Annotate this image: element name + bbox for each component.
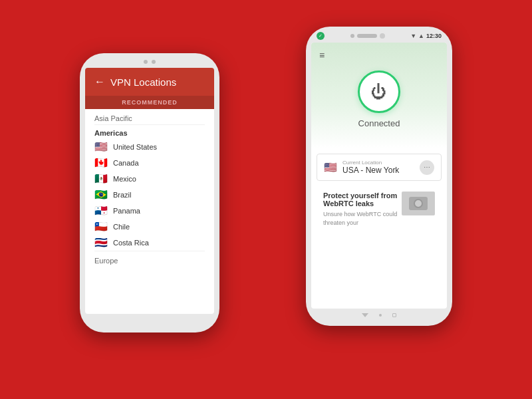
check-icon: ✓ [317, 32, 325, 40]
phone-right: ✓ ▼ ▲ 12:30 ≡ ⏻ Con [306, 27, 452, 326]
dot-1 [144, 60, 148, 64]
info-card-text-area: Protect yourself from WebRTC leaks Unsur… [323, 192, 398, 227]
camera [380, 33, 385, 39]
dot-2 [152, 60, 156, 64]
country-name: Mexico [113, 175, 136, 183]
speaker [357, 34, 377, 38]
vpn-header: ← VPN Locations [85, 68, 214, 96]
power-icon: ⏻ [371, 82, 387, 101]
cl-flag-icon: 🇨🇱 [94, 222, 108, 231]
right-phone-screen: ≡ ⏻ Connected 🇺🇸 Current Location USA - … [311, 43, 447, 309]
right-phone-bottom-bar [306, 309, 452, 319]
phone-left: ← VPN Locations RECOMMENDED Asia Pacific… [80, 53, 219, 332]
cr-flag-icon: 🇨🇷 [94, 238, 108, 247]
connected-header: ≡ ⏻ Connected [311, 43, 447, 148]
list-item[interactable]: 🇧🇷 Brazil [85, 187, 214, 203]
current-location-name: USA - New York [342, 166, 414, 175]
signal-icon: ▲ [418, 33, 424, 39]
pa-flag-icon: 🇵🇦 [94, 206, 108, 215]
country-name: Brazil [113, 191, 132, 199]
list-item[interactable]: 🇨🇦 Canada [85, 155, 214, 171]
wifi-icon: ▼ [410, 33, 416, 39]
list-item[interactable]: 🇲🇽 Mexico [85, 171, 214, 187]
current-location-label: Current Location [342, 160, 414, 166]
phone-notch [350, 33, 385, 39]
back-nav-icon[interactable] [362, 313, 368, 317]
camera-shape-icon [409, 197, 428, 210]
current-location-flag-icon: 🇺🇸 [324, 163, 337, 172]
country-name: United States [113, 143, 157, 151]
connected-label: Connected [319, 118, 439, 135]
europe-header: Europe [85, 251, 214, 267]
current-location-card[interactable]: 🇺🇸 Current Location USA - New York ⋯ [317, 154, 442, 181]
us-flag-icon: 🇺🇸 [94, 142, 108, 152]
right-phone-status-bar: ✓ ▼ ▲ 12:30 [306, 27, 452, 43]
list-item[interactable]: 🇨🇱 Chile [85, 219, 214, 235]
status-right: ▼ ▲ 12:30 [410, 33, 442, 39]
info-card-inner: Protect yourself from WebRTC leaks Unsur… [323, 192, 435, 227]
list-item[interactable]: 🇺🇸 United States [85, 139, 214, 155]
power-button-container: ⏻ [319, 61, 439, 118]
ca-flag-icon: 🇨🇦 [94, 158, 108, 168]
info-card[interactable]: Protect yourself from WebRTC leaks Unsur… [317, 186, 442, 232]
clock-display: 12:30 [426, 33, 442, 39]
phones-container: ← VPN Locations RECOMMENDED Asia Pacific… [80, 27, 452, 372]
mx-flag-icon: 🇲🇽 [94, 174, 108, 184]
country-name: Canada [113, 159, 139, 167]
left-phone-top-bar [80, 53, 219, 68]
more-options-button[interactable]: ⋯ [420, 160, 434, 175]
left-phone-screen: ← VPN Locations RECOMMENDED Asia Pacific… [85, 68, 214, 314]
left-phone-bottom-bar [80, 314, 219, 325]
dot-3 [350, 34, 354, 38]
status-left: ✓ [317, 32, 325, 40]
power-button[interactable]: ⏻ [358, 70, 400, 113]
info-card-text: Unsure how WebRTC could threaten your [323, 210, 398, 227]
list-item[interactable]: 🇵🇦 Panama [85, 203, 214, 219]
info-card-title: Protect yourself from WebRTC leaks [323, 192, 398, 207]
country-name: Costa Rica [113, 239, 149, 247]
back-arrow-icon[interactable]: ← [94, 76, 105, 88]
location-list: Asia Pacific Americas 🇺🇸 United States 🇨… [85, 109, 214, 267]
list-item[interactable]: 🇨🇷 Costa Rica [85, 235, 214, 251]
americas-header: Americas [85, 125, 214, 139]
country-name: Panama [113, 207, 140, 215]
vpn-locations-title: VPN Locations [110, 76, 176, 88]
asia-pacific-header: Asia Pacific [85, 109, 214, 124]
current-location-info: Current Location USA - New York [342, 160, 414, 175]
info-card-image [402, 192, 435, 215]
recent-nav-icon[interactable] [392, 313, 396, 317]
recommended-bar: RECOMMENDED [85, 96, 214, 109]
hamburger-menu-icon[interactable]: ≡ [319, 50, 325, 61]
home-nav-icon[interactable] [379, 314, 382, 317]
country-name: Chile [113, 223, 130, 231]
br-flag-icon: 🇧🇷 [94, 190, 108, 200]
